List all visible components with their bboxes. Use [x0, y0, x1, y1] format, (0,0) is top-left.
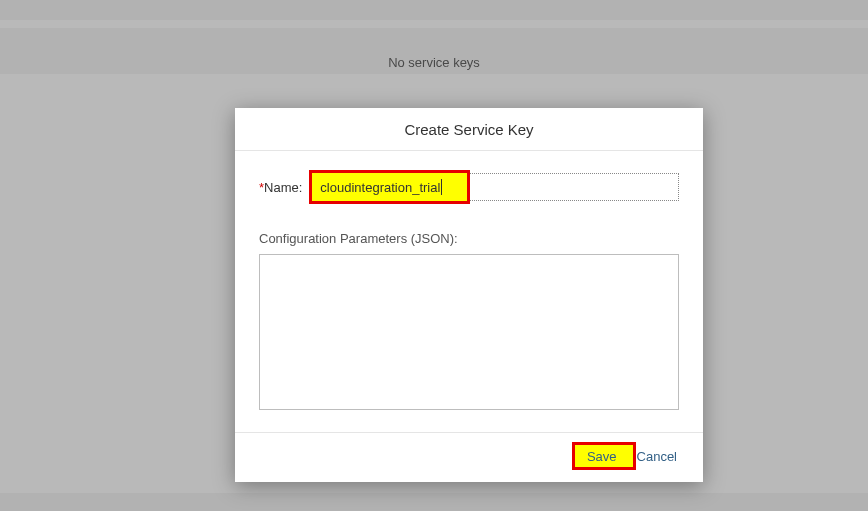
dialog-body: *Name: cloudintegration_trial Configurat… [235, 151, 703, 432]
name-label-text: Name: [264, 180, 302, 195]
name-input[interactable] [312, 173, 679, 201]
config-json-textarea[interactable] [259, 254, 679, 410]
name-input-wrap: cloudintegration_trial [312, 173, 679, 201]
dialog-title: Create Service Key [235, 108, 703, 151]
save-button[interactable]: Save [577, 443, 627, 470]
name-label: *Name: [259, 180, 302, 195]
save-button-wrap: Save [577, 443, 627, 470]
create-service-key-dialog: Create Service Key *Name: cloudintegrati… [235, 108, 703, 482]
dialog-footer: Save Cancel [235, 432, 703, 482]
name-field-row: *Name: cloudintegration_trial [259, 173, 679, 201]
config-label: Configuration Parameters (JSON): [259, 231, 679, 246]
